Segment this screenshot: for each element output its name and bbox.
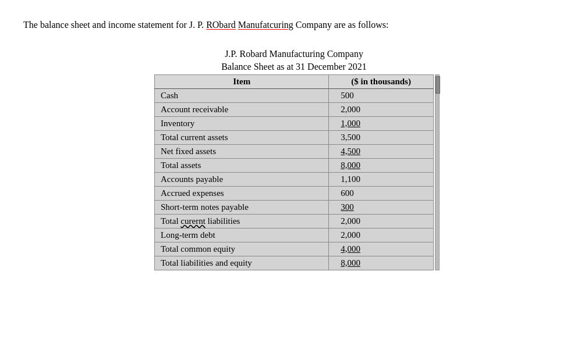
value-cell: 2,000 bbox=[329, 214, 434, 228]
robard-text: RObard bbox=[206, 20, 236, 30]
company-name: J.P. Robard Manufacturing Company bbox=[225, 49, 363, 59]
table-row: Total current assets3,500 bbox=[155, 130, 434, 144]
balance-sheet-table: Item ($ in thousands) Cash500Account rec… bbox=[154, 74, 434, 270]
item-cell: Inventory bbox=[155, 116, 329, 130]
item-cell: Total current assets bbox=[155, 130, 329, 144]
table-row: Account receivable2,000 bbox=[155, 102, 434, 116]
value-cell: 2,000 bbox=[329, 228, 434, 242]
table-row: Total curernt liabilities2,000 bbox=[155, 214, 434, 228]
value-cell: 1,000 bbox=[329, 116, 434, 130]
item-cell: Account receivable bbox=[155, 102, 329, 116]
table-row: Net fixed assets4,500 bbox=[155, 144, 434, 158]
item-cell: Net fixed assets bbox=[155, 144, 329, 158]
value-cell: 600 bbox=[329, 186, 434, 200]
item-cell: Total curernt liabilities bbox=[155, 214, 329, 228]
value-cell: 1,100 bbox=[329, 172, 434, 186]
item-cell: Accrued expenses bbox=[155, 186, 329, 200]
item-cell: Total assets bbox=[155, 158, 329, 172]
table-row: Total liabilities and equity8,000 bbox=[155, 256, 434, 270]
item-cell: Accounts payable bbox=[155, 172, 329, 186]
value-cell: 8,000 bbox=[329, 256, 434, 270]
value-cell: 2,000 bbox=[329, 102, 434, 116]
table-row: Accounts payable1,100 bbox=[155, 172, 434, 186]
value-cell: 3,500 bbox=[329, 130, 434, 144]
value-cell: 4,000 bbox=[329, 242, 434, 256]
value-cell: 8,000 bbox=[329, 158, 434, 172]
table-section: J.P. Robard Manufacturing Company Balanc… bbox=[23, 49, 565, 270]
table-row: Short-term notes payable300 bbox=[155, 200, 434, 214]
table-row: Accrued expenses600 bbox=[155, 186, 434, 200]
intro-paragraph: The balance sheet and income statement f… bbox=[23, 17, 565, 33]
table-row: Inventory1,000 bbox=[155, 116, 434, 130]
value-cell: 300 bbox=[329, 200, 434, 214]
manufacturing-text: Manufatcuring bbox=[238, 20, 293, 30]
col-item-header: Item bbox=[155, 74, 329, 88]
item-cell: Total liabilities and equity bbox=[155, 256, 329, 270]
scrollbar-thumb[interactable] bbox=[435, 76, 440, 94]
item-cell: Total common equity bbox=[155, 242, 329, 256]
value-cell: 500 bbox=[329, 88, 434, 102]
table-row: Total common equity4,000 bbox=[155, 242, 434, 256]
scrollbar[interactable] bbox=[435, 74, 440, 270]
item-cell: Long-term debt bbox=[155, 228, 329, 242]
table-title: Balance Sheet as at 31 December 2021 bbox=[221, 62, 367, 72]
item-cell: Short-term notes payable bbox=[155, 200, 329, 214]
table-row: Long-term debt2,000 bbox=[155, 228, 434, 242]
table-row: Total assets8,000 bbox=[155, 158, 434, 172]
col-value-header: ($ in thousands) bbox=[329, 74, 434, 88]
value-cell: 4,500 bbox=[329, 144, 434, 158]
table-row: Cash500 bbox=[155, 88, 434, 102]
table-wrapper: Item ($ in thousands) Cash500Account rec… bbox=[154, 74, 434, 270]
item-cell: Cash bbox=[155, 88, 329, 102]
